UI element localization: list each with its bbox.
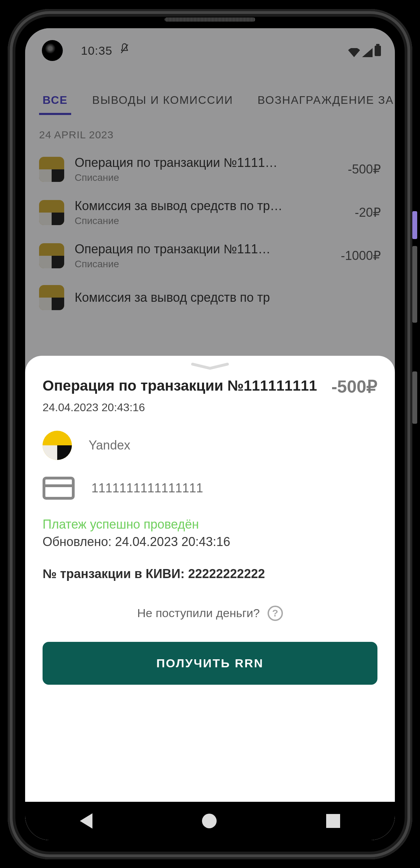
updated-at: Обновлено: 24.04.2023 20:43:16	[43, 535, 377, 549]
screen: 10:35 ВСЕ	[25, 28, 395, 840]
android-nav-bar	[25, 802, 395, 840]
help-icon: ?	[268, 606, 283, 621]
back-button[interactable]	[80, 813, 92, 829]
speaker-grille	[165, 17, 255, 22]
sheet-drag-handle[interactable]	[191, 363, 229, 370]
side-button	[412, 371, 417, 424]
recent-button[interactable]	[326, 814, 340, 828]
card-number: 1111111111111111	[91, 481, 203, 496]
front-camera	[42, 40, 63, 61]
sheet-timestamp: 24.04.2023 20:43:16	[43, 401, 377, 414]
card-icon	[43, 477, 75, 500]
get-rrn-button[interactable]: ПОЛУЧИТЬ RRN	[43, 642, 377, 685]
kiwi-transaction-id: № транзакции в КИВИ: 22222222222	[43, 567, 377, 581]
home-button[interactable]	[202, 814, 217, 828]
phone-frame: 10:35 ВСЕ	[8, 9, 412, 859]
transaction-detail-sheet: Операция по транзакции №111111111 -500₽ …	[25, 356, 395, 840]
side-button	[412, 211, 417, 239]
sheet-amount: -500₽	[331, 377, 377, 397]
help-text: Не поступили деньги?	[137, 606, 260, 620]
sheet-title: Операция по транзакции №111111111	[43, 377, 321, 395]
payment-status: Платеж успешно проведён	[43, 517, 377, 532]
merchant-icon	[43, 431, 72, 460]
side-button	[412, 246, 417, 323]
merchant-name: Yandex	[89, 438, 130, 453]
help-row[interactable]: Не поступили деньги? ?	[43, 606, 377, 621]
